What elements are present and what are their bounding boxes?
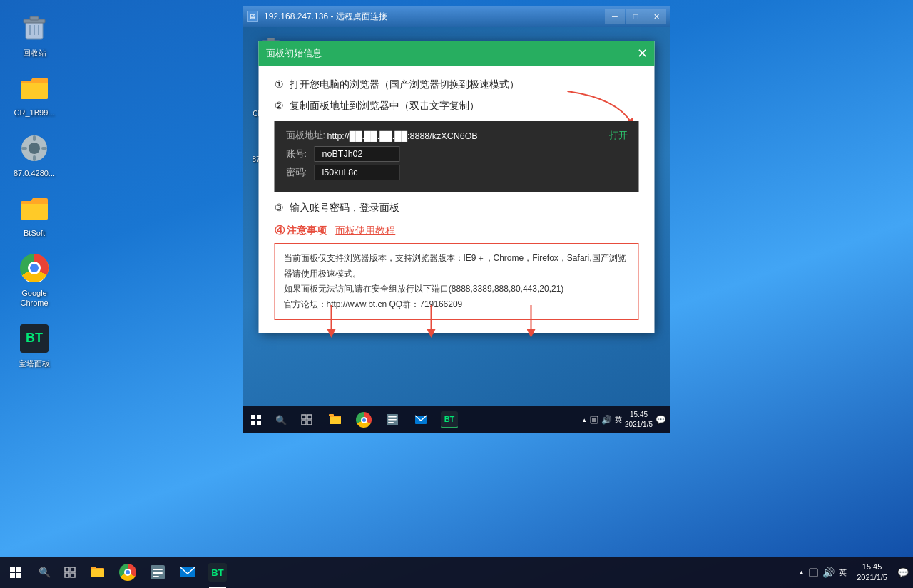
svg-rect-48	[71, 573, 75, 577]
tb-app-chrome[interactable]	[113, 557, 143, 588]
inner-tray-chevron[interactable]: ▲	[581, 417, 587, 423]
notice-label: ④ 注意事项	[275, 225, 327, 237]
icon-recycle-bin-label: 回收站	[23, 48, 46, 58]
dialog-body: ① 打开您电脑的浏览器（国产浏览器切换到极速模式） ② 复制面板地址到浏览器中（…	[259, 66, 655, 333]
account-value[interactable]: noBTJh02	[315, 146, 400, 162]
password-row: 密码: l50kuL8c	[286, 165, 628, 180]
svg-rect-51	[91, 567, 96, 569]
svg-rect-2	[30, 16, 39, 20]
svg-point-7	[29, 143, 40, 154]
url-value: http://██.██.██.██:8888/kzXCN6OB	[327, 131, 603, 141]
rdp-minimize-btn[interactable]: ─	[605, 9, 625, 24]
rdp-content: 回收站 CR_1B99...	[243, 27, 670, 433]
icon-cr1b99[interactable]: CR_1B99...	[9, 71, 60, 118]
svg-rect-8	[33, 135, 36, 141]
step2: ② 复制面板地址到浏览器中（双击文字复制）	[275, 100, 639, 113]
main-taskbar: 🔍 BT ▲ 🔊	[0, 557, 913, 588]
taskbar-search-btn[interactable]: 🔍	[31, 557, 57, 588]
inner-clock[interactable]: 15:45 2021/1/5	[625, 410, 653, 430]
svg-rect-46	[71, 567, 75, 572]
svg-rect-41	[388, 422, 394, 423]
tray-volume[interactable]: 🔊	[822, 567, 835, 578]
taskbar-apps: BT	[83, 557, 794, 588]
rdp-title: 🖥 192.168.247.136 - 远程桌面连接	[247, 11, 387, 23]
svg-rect-10	[21, 147, 27, 150]
svg-rect-40	[388, 419, 397, 421]
inner-tb-outlook[interactable]	[407, 406, 435, 433]
svg-rect-33	[302, 421, 306, 425]
tb-app-explorer[interactable]	[83, 557, 113, 588]
info-box: 面板地址: http://██.██.██.██:8888/kzXCN6OB 打…	[275, 121, 639, 192]
tb-app-files[interactable]	[143, 557, 173, 588]
notice-text2: 如果面板无法访问,请在安全组放行以下端口(8888,3389,888,80,44…	[284, 282, 630, 297]
icon-chrome[interactable]: Google Chrome	[9, 251, 60, 309]
dialog-close-btn[interactable]: ✕	[637, 47, 648, 60]
svg-rect-31	[302, 415, 306, 419]
inner-taskview-btn[interactable]	[292, 406, 321, 433]
step2-num: ②	[275, 100, 284, 113]
tb-app-bt[interactable]: BT	[203, 557, 233, 588]
icon-btpanel[interactable]: BT 宝塔面板	[9, 321, 60, 368]
svg-rect-37	[329, 414, 334, 416]
svg-rect-39	[388, 416, 397, 418]
rdp-icon: 🖥	[247, 11, 258, 22]
url-row: 面板地址: http://██.██.██.██:8888/kzXCN6OB 打…	[286, 130, 628, 142]
icon-btsoft-label: BtSoft	[24, 228, 45, 238]
tray-notif[interactable]: 💬	[897, 567, 909, 578]
password-value[interactable]: l50kuL8c	[315, 165, 400, 180]
svg-rect-9	[33, 155, 36, 161]
svg-rect-36	[330, 417, 341, 424]
inner-lang[interactable]: 英	[615, 415, 622, 425]
panel-info-dialog: 面板初始信息 ✕ ① 打开您电脑的浏览器（国产浏览器切换到极速模式） ② 复制面…	[259, 41, 655, 333]
inner-tray: ▲ 🔊 英 15:45 2021/1/5 💬	[577, 410, 670, 430]
url-label: 面板地址:	[286, 130, 327, 142]
svg-rect-47	[65, 573, 69, 577]
step2-text: 复制面板地址到浏览器中（双击文字复制）	[290, 100, 479, 113]
icon-cr1b99-label: CR_1B99...	[14, 108, 55, 118]
inner-tb-explorer[interactable]	[321, 406, 350, 433]
account-row: 账号: noBTJh02	[286, 146, 628, 162]
svg-rect-53	[153, 569, 163, 570]
icon-87042b0-label: 87.0.4280...	[14, 168, 55, 178]
taskbar-tray: ▲ 🔊 英 15:45 2021/1/5 💬	[794, 562, 913, 584]
inner-taskbar: 🔍	[243, 406, 670, 433]
inner-start-btn[interactable]	[243, 406, 270, 433]
icon-recycle-bin[interactable]: 回收站	[9, 11, 60, 58]
svg-rect-34	[307, 421, 312, 425]
tray-lang[interactable]: 英	[839, 567, 847, 578]
inner-search-btn[interactable]: 🔍	[270, 406, 292, 433]
icon-chrome-label: Google Chrome	[9, 288, 60, 309]
svg-rect-54	[153, 572, 163, 574]
tb-app-outlook[interactable]	[173, 557, 203, 588]
tray-expand[interactable]: ▲	[798, 569, 805, 576]
step1-text: 打开您电脑的浏览器（国产浏览器切换到极速模式）	[290, 78, 519, 91]
taskbar-clock[interactable]: 15:45 2021/1/5	[851, 562, 893, 584]
svg-rect-45	[65, 567, 69, 572]
svg-rect-55	[153, 576, 159, 577]
inner-volume[interactable]: 🔊	[601, 415, 612, 425]
tray-network	[809, 568, 818, 577]
icon-87042b0[interactable]: 87.0.4280...	[9, 131, 60, 178]
password-label: 密码:	[286, 167, 310, 179]
step1: ① 打开您电脑的浏览器（国产浏览器切换到极速模式）	[275, 78, 639, 91]
rdp-maximize-btn[interactable]: □	[626, 9, 646, 24]
svg-rect-16	[267, 38, 275, 41]
open-btn[interactable]: 打开	[609, 130, 628, 142]
icon-btsoft[interactable]: BtSoft	[9, 191, 60, 238]
desktop-icons: 回收站 CR_1B99...	[9, 11, 60, 368]
inner-tb-bt[interactable]: BT	[435, 406, 464, 433]
taskbar-taskview-btn[interactable]	[57, 557, 83, 588]
start-btn[interactable]	[0, 557, 31, 588]
rdp-close-btn[interactable]: ✕	[646, 9, 666, 24]
step1-num: ①	[275, 78, 284, 91]
tutorial-link[interactable]: 面板使用教程	[335, 225, 395, 237]
inner-notif[interactable]: 💬	[656, 415, 666, 425]
rdp-controls: ─ □ ✕	[605, 9, 666, 24]
dialog-titlebar: 面板初始信息 ✕	[259, 41, 655, 66]
svg-rect-32	[307, 415, 312, 419]
step3: ③ 输入账号密码，登录面板	[275, 202, 639, 215]
inner-tb-files[interactable]	[378, 406, 407, 433]
inner-tb-chrome[interactable]	[350, 406, 378, 433]
notice-text3: 官方论坛：http://www.bt.cn QQ群：719166209	[284, 297, 630, 313]
step3-num: ③	[275, 202, 284, 215]
